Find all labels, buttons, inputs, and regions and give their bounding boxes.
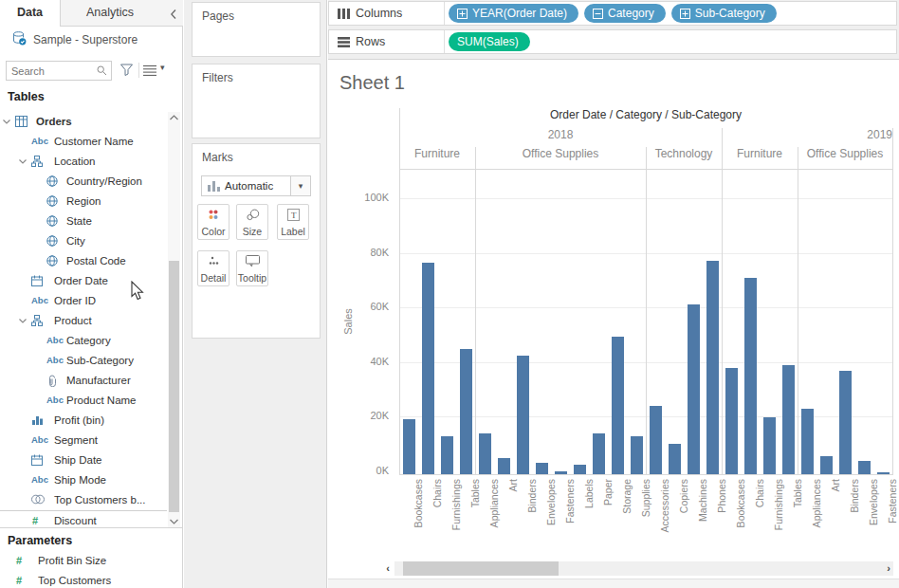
scrollbar-thumb[interactable] xyxy=(403,561,559,576)
columns-shelf[interactable]: Columns YEAR(Order Date)CategorySub-Cate… xyxy=(328,1,897,26)
bar-tables[interactable] xyxy=(460,349,472,474)
bar-bookcases[interactable] xyxy=(403,419,415,474)
datasource-row[interactable]: Sample - Superstore xyxy=(12,31,138,48)
abc-icon: Abc xyxy=(31,295,50,305)
scroll-down-icon[interactable] xyxy=(170,519,178,524)
bar-furnishings[interactable] xyxy=(441,436,453,474)
rows-shelf[interactable]: Rows SUM(Sales) xyxy=(328,29,897,54)
field-region[interactable]: Region xyxy=(0,192,167,211)
mark-button-label: Label xyxy=(278,226,308,237)
bar-appliances[interactable] xyxy=(801,409,814,474)
field-sub-category[interactable]: AbcSub-Category xyxy=(0,351,167,371)
year-label: 2018 xyxy=(399,128,722,141)
bar-supplies[interactable] xyxy=(631,436,643,474)
detail-button[interactable]: Detail xyxy=(197,250,229,286)
field-category[interactable]: AbcCategory xyxy=(0,331,167,351)
category-label: Office Supplies xyxy=(798,147,892,160)
bar-binders[interactable] xyxy=(517,356,529,474)
bar-binders[interactable] xyxy=(839,371,852,474)
bar-furnishings[interactable] xyxy=(763,417,776,474)
bar-accessories[interactable] xyxy=(650,406,662,474)
field-ship-date[interactable]: Ship Date xyxy=(0,450,167,470)
bar-chairs[interactable] xyxy=(422,263,434,474)
svg-text:#: # xyxy=(32,515,38,526)
field-orders[interactable]: Orders xyxy=(0,112,167,132)
chevron-down-icon[interactable] xyxy=(3,119,10,124)
field-product[interactable]: Product xyxy=(0,311,167,331)
scroll-left-icon[interactable]: ‹ xyxy=(383,562,393,575)
parameter-top-customers[interactable]: #Top Customers xyxy=(0,571,182,588)
field-city[interactable]: City xyxy=(0,231,167,251)
field-location[interactable]: Location xyxy=(0,152,167,172)
bar-art[interactable] xyxy=(498,458,510,474)
pill-year-order-date[interactable]: YEAR(Order Date) xyxy=(449,4,578,23)
field-label: Sub-Category xyxy=(66,351,134,371)
expand-plus-icon[interactable] xyxy=(680,9,690,19)
pill-category[interactable]: Category xyxy=(584,4,666,23)
x-tick-label: Fasteners xyxy=(563,479,577,560)
bar-phones[interactable] xyxy=(706,261,719,474)
bar-envelopes[interactable] xyxy=(858,461,871,474)
scroll-right-icon[interactable]: › xyxy=(884,562,893,575)
filters-shelf[interactable]: Filters xyxy=(192,64,321,138)
mark-type-dropdown[interactable]: Automatic ▾ xyxy=(201,175,311,196)
bar-labels[interactable] xyxy=(574,465,586,474)
scrollbar-thumb[interactable] xyxy=(169,261,179,512)
pill-sum-sales[interactable]: SUM(Sales) xyxy=(449,32,530,51)
bar-paper[interactable] xyxy=(593,433,605,474)
view-list-icon[interactable] xyxy=(143,65,156,76)
bar-chairs[interactable] xyxy=(744,278,757,474)
bar-copiers[interactable] xyxy=(669,444,681,474)
expand-plus-icon[interactable] xyxy=(457,9,468,19)
bar-storage[interactable] xyxy=(612,337,624,474)
datasource-name: Sample - Superstore xyxy=(33,33,138,46)
parameter-profit-bin-size[interactable]: #Profit Bin Size xyxy=(0,551,182,571)
color-button[interactable]: Color xyxy=(197,204,229,240)
x-tick-label: Storage xyxy=(620,479,633,560)
field-product-name[interactable]: AbcProduct Name xyxy=(0,391,167,411)
bar-appliances[interactable] xyxy=(479,433,491,474)
collapse-pane-icon[interactable] xyxy=(171,9,176,22)
field-top-customers-b[interactable]: Top Customers b... xyxy=(0,490,167,510)
field-segment[interactable]: AbcSegment xyxy=(0,431,167,450)
chevron-down-icon[interactable] xyxy=(19,319,27,323)
pill-sub-category[interactable]: Sub-Category xyxy=(671,4,777,23)
tab-analytics[interactable]: Analytics xyxy=(63,0,157,26)
field-state[interactable]: State xyxy=(0,211,167,231)
horizontal-scrollbar[interactable] xyxy=(394,561,893,576)
field-label: Profit (bin) xyxy=(54,411,104,431)
pages-shelf[interactable]: Pages xyxy=(192,2,321,57)
field-ship-mode[interactable]: AbcShip Mode xyxy=(0,470,167,490)
bar-machines[interactable] xyxy=(688,304,700,474)
tab-data[interactable]: Data xyxy=(0,0,61,27)
bar-art[interactable] xyxy=(820,456,833,474)
tooltip-button[interactable]: Tooltip xyxy=(236,250,268,286)
label-button[interactable]: TLabel xyxy=(277,204,309,240)
divider xyxy=(444,2,445,25)
scroll-up-icon[interactable] xyxy=(170,115,178,120)
caret-down-icon[interactable]: ▾ xyxy=(160,63,165,72)
field-discount[interactable]: #Discount xyxy=(0,510,167,527)
field-label: State xyxy=(66,211,92,231)
search-input[interactable] xyxy=(7,65,97,77)
size-button[interactable]: Size xyxy=(236,204,268,240)
field-label: City xyxy=(66,231,85,251)
bar-tables[interactable] xyxy=(782,365,795,474)
field-list-scrollbar[interactable] xyxy=(168,112,180,527)
field-manufacturer[interactable]: Manufacturer xyxy=(0,371,167,391)
field-label: Top Customers b... xyxy=(54,490,146,510)
bar-bookcases[interactable] xyxy=(725,368,738,474)
field-postal-code[interactable]: Postal Code xyxy=(0,251,167,271)
bar-fasteners[interactable] xyxy=(555,471,567,474)
filter-funnel-icon[interactable] xyxy=(120,64,133,76)
category-divider xyxy=(646,147,647,474)
field-profit-bin[interactable]: Profit (bin) xyxy=(0,411,167,431)
bar-envelopes[interactable] xyxy=(536,463,548,474)
caret-down-icon[interactable]: ▾ xyxy=(290,176,310,195)
field-country-region[interactable]: Country/Region xyxy=(0,172,167,192)
field-customer-name[interactable]: AbcCustomer Name xyxy=(0,132,167,152)
bar-fasteners[interactable] xyxy=(877,472,890,474)
x-tick-label: Tables xyxy=(791,479,804,560)
collapse-minus-icon[interactable] xyxy=(593,9,603,19)
chevron-down-icon[interactable] xyxy=(19,159,27,164)
